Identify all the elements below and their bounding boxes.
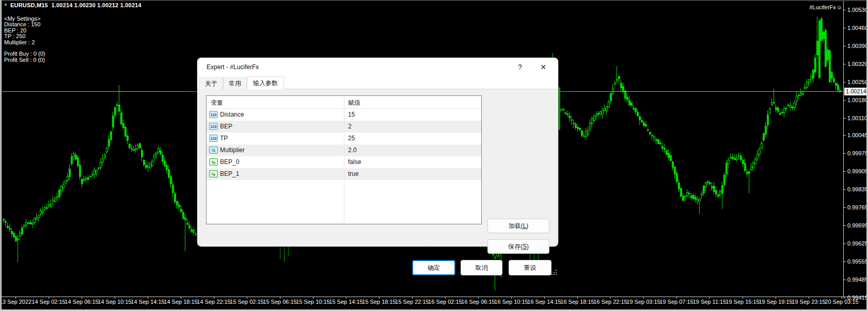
price-axis-tick — [843, 298, 846, 298]
price-axis-label: 0.99975 — [847, 150, 868, 157]
window-frame-left — [0, 0, 2, 311]
price-axis-line — [843, 0, 844, 297]
price-axis-label: 1.00180 — [847, 97, 868, 104]
price-axis-label: 1.00460 — [847, 25, 868, 31]
ea-settings-line: Profit Sell : 0 (0) — [4, 57, 45, 63]
reset-button[interactable]: 重设 — [509, 260, 551, 275]
price-axis-label: 0.99695 — [847, 222, 868, 229]
param-value[interactable]: true — [348, 170, 359, 177]
table-header-variable: 变量 — [211, 99, 223, 107]
price-axis-label: 0.99835 — [847, 186, 868, 193]
ok-button[interactable]: 确定 — [412, 260, 455, 275]
param-value[interactable]: 25 — [348, 135, 355, 142]
help-button[interactable]: ? — [512, 58, 528, 76]
load-button[interactable]: 加载(L) — [487, 219, 549, 233]
param-name: Multiplier — [220, 146, 245, 154]
ea-settings-overlay: <My Settings>Distance : 150BEP : 20TP : … — [4, 16, 45, 63]
param-name: Distance — [220, 111, 244, 118]
symbol-dropdown-icon[interactable]: ▼ — [4, 3, 8, 7]
price-axis-tick — [843, 100, 846, 101]
param-value[interactable]: 15 — [348, 111, 355, 118]
ea-smiley-icon: ☺ — [836, 4, 842, 10]
ea-settings-line: TP : 250 — [4, 34, 45, 39]
price-axis-label: 0.99765 — [847, 204, 868, 211]
dialog-tabs: 关于常用输入参数 — [197, 76, 558, 89]
price-axis-label: 1.00110 — [847, 115, 868, 122]
param-name: TP — [220, 135, 228, 142]
table-header-value: 赋值 — [348, 99, 360, 107]
price-axis-tick — [843, 225, 846, 226]
ohlc-header: EURUSD,M15 1.00214 1.00230 1.00212 1.002… — [10, 2, 141, 8]
param-name: BEP_1 — [220, 170, 239, 177]
time-axis-label: 20 Sep 03:15 — [817, 299, 866, 305]
bool-type-icon: ∿ — [209, 158, 218, 166]
tab-inputs[interactable]: 输入参数 — [247, 76, 284, 89]
param-value[interactable]: 2 — [348, 123, 352, 130]
price-axis-tick — [843, 171, 846, 172]
price-axis-tick — [843, 243, 846, 244]
current-price-tag: 1.00214 — [844, 88, 868, 95]
price-axis-tick — [843, 64, 846, 64]
dialog-title: Expert - #LuciferFx — [207, 58, 259, 76]
price-axis-tick — [843, 28, 846, 28]
price-axis-label: 1.00390 — [847, 43, 868, 50]
price-axis-tick — [843, 261, 846, 262]
ea-name-label: #LuciferFx☺ — [809, 4, 842, 10]
price-axis-tick — [843, 82, 846, 83]
close-icon[interactable]: ✕ — [535, 58, 551, 76]
price-axis-label: 0.99625 — [847, 240, 868, 247]
param-value[interactable]: 2.0 — [348, 146, 357, 154]
price-axis-label: 1.00045 — [847, 132, 868, 139]
price-axis-tick — [843, 118, 846, 119]
mt4-window: { "chart": { "symbol_line": "EURUSD,M15 … — [0, 0, 868, 311]
int-type-icon: 123 — [209, 111, 218, 118]
price-axis-label: 0.99555 — [847, 258, 868, 265]
price-axis-label: 0.99905 — [847, 168, 868, 175]
price-axis-label: 0.99485 — [847, 276, 868, 283]
price-axis-tick — [843, 280, 846, 280]
ea-settings-line: Multiplier : 2 — [4, 40, 45, 45]
price-axis-tick — [843, 153, 846, 154]
int-type-icon: 123 — [209, 135, 218, 142]
price-axis-tick — [843, 135, 846, 136]
time-axis-line — [0, 297, 868, 297]
tab-common[interactable]: 常用 — [223, 77, 247, 89]
resize-grip[interactable] — [550, 269, 557, 275]
dialog-titlebar[interactable]: Expert - #LuciferFx ? ✕ — [197, 58, 558, 76]
price-axis-tick — [843, 10, 846, 10]
price-axis-label: 1.00250 — [847, 79, 868, 86]
dialog-body: 变量 赋值 123Distance15123BEP2123TP25½Multip… — [197, 89, 558, 247]
price-axis-tick — [843, 207, 846, 208]
cancel-button[interactable]: 取消 — [461, 260, 502, 275]
param-value[interactable]: false — [348, 158, 361, 166]
price-axis-tick — [843, 46, 846, 46]
expert-properties-dialog: Expert - #LuciferFx ? ✕ 关于常用输入参数 变量 赋值 1… — [197, 58, 558, 247]
double-type-icon: ½ — [209, 146, 218, 154]
price-axis-label: 1.00320 — [847, 61, 868, 68]
param-name: BEP — [220, 123, 232, 130]
window-frame-top — [0, 0, 868, 1]
price-axis-label: 1.00530 — [847, 7, 868, 13]
price-axis-tick — [843, 189, 846, 190]
save-button[interactable]: 保存(S) — [487, 239, 549, 254]
int-type-icon: 123 — [209, 123, 218, 130]
parameters-table[interactable]: 变量 赋值 123Distance15123BEP2123TP25½Multip… — [206, 95, 482, 224]
bool-type-icon: ∿ — [209, 170, 218, 177]
param-name: BEP_0 — [220, 158, 239, 166]
ea-name-text: #LuciferFx — [809, 4, 835, 10]
table-column-divider — [344, 96, 344, 224]
tab-about[interactable]: 关于 — [199, 77, 223, 89]
